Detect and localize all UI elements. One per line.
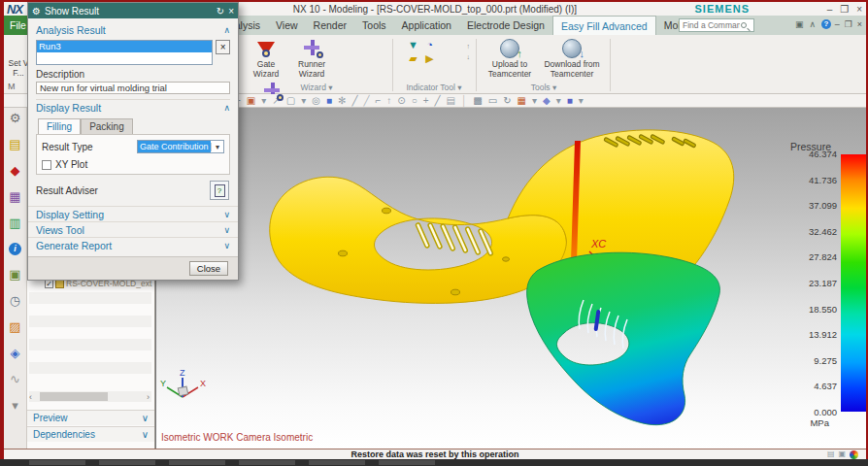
globe-icon[interactable] bbox=[850, 450, 858, 459]
dropdown-icon[interactable]: ▾ bbox=[261, 95, 266, 107]
weld-indicator-icon[interactable]: ▶ bbox=[422, 52, 437, 64]
dialog-title-bar[interactable]: ⚙ Show Result ↻ × bbox=[28, 3, 238, 18]
sheet-icon[interactable]: ▤ bbox=[447, 95, 455, 107]
dependencies-section[interactable]: Dependencies ∨ bbox=[27, 426, 154, 442]
run-list[interactable]: Run3 bbox=[36, 40, 213, 65]
minimize-icon[interactable]: – bbox=[827, 4, 833, 15]
reuse-library-icon[interactable]: ▥ bbox=[9, 216, 20, 230]
scroll-right-icon[interactable]: › bbox=[147, 392, 150, 402]
xy-plot-checkbox[interactable] bbox=[42, 160, 51, 170]
cube-icon[interactable]: ■ bbox=[326, 95, 332, 107]
slash-icon[interactable]: ╱ bbox=[435, 95, 441, 107]
window-cascade-icon[interactable]: ▣ bbox=[838, 450, 846, 458]
scroll-left-icon[interactable]: ‹ bbox=[29, 392, 32, 402]
find-command-box[interactable] bbox=[679, 18, 754, 32]
window-icon[interactable]: ▩ bbox=[473, 95, 482, 107]
doc-close-icon[interactable]: × bbox=[857, 19, 862, 29]
indicator-tool-buttons[interactable]: ▼◔▰▶ bbox=[396, 37, 447, 66]
delete-run-button[interactable]: × bbox=[216, 40, 230, 54]
command-history-icon[interactable]: ▣ bbox=[795, 19, 804, 29]
spark-icon[interactable]: ✻ bbox=[338, 95, 346, 107]
find-command-input[interactable] bbox=[680, 20, 740, 30]
doc-minimize-icon[interactable]: – bbox=[835, 19, 840, 29]
generate-report-section[interactable]: Generate Report ∨ bbox=[28, 237, 238, 252]
tab-tools[interactable]: Tools bbox=[354, 16, 394, 35]
constraint-navigator-icon[interactable]: ◆ bbox=[11, 164, 20, 178]
display-setting-section[interactable]: Display Setting ∨ bbox=[28, 206, 238, 221]
point-dialog-icon[interactable]: ▣ bbox=[247, 95, 255, 107]
collapse-ribbon-icon[interactable]: ∧ bbox=[809, 19, 816, 29]
history-icon[interactable]: ▣ bbox=[9, 268, 20, 282]
search-icon bbox=[741, 22, 747, 28]
window-tile-icon[interactable]: ▤ bbox=[827, 450, 835, 458]
horizontal-scrollbar[interactable]: ‹ › bbox=[29, 391, 151, 402]
tab-view[interactable]: View bbox=[268, 16, 306, 35]
tab-render[interactable]: Render bbox=[306, 16, 354, 35]
tab-easy-fill-advanced[interactable]: Easy Fill Advanced bbox=[552, 16, 656, 35]
circle-center-icon[interactable]: ⊙ bbox=[397, 95, 405, 107]
tab-application[interactable]: Application bbox=[394, 16, 459, 35]
dropdown-icon[interactable]: ▾ bbox=[556, 95, 561, 107]
doc-restore-icon[interactable]: ❐ bbox=[845, 19, 852, 29]
divider-icon[interactable]: │ bbox=[461, 95, 467, 107]
solid-cube-icon[interactable]: ■ bbox=[567, 95, 573, 107]
scrollbar-thumb[interactable] bbox=[40, 392, 108, 401]
web-browser-icon[interactable]: i bbox=[9, 243, 21, 255]
dropdown-icon[interactable]: ▾ bbox=[301, 95, 306, 107]
assembly-navigator-icon[interactable]: ▦ bbox=[9, 190, 20, 204]
restore-icon[interactable]: ❐ bbox=[840, 4, 849, 15]
scroll-up-icon[interactable]: ↑ bbox=[467, 43, 471, 50]
polyline-icon[interactable]: ⌐ bbox=[375, 95, 381, 107]
time-indicator-icon[interactable]: ◔ bbox=[422, 39, 437, 50]
touch-icon[interactable]: ◈ bbox=[11, 347, 20, 360]
tab-packing[interactable]: Packing bbox=[81, 118, 133, 134]
analysis-result-section[interactable]: Analysis Result ∧ bbox=[36, 22, 230, 38]
views-tool-section[interactable]: Views Tool ∨ bbox=[28, 221, 238, 237]
part-navigator-icon[interactable]: ▤ bbox=[9, 138, 20, 151]
line-icon[interactable]: ╱ bbox=[351, 95, 357, 107]
download-teamcenter-button[interactable]: ↓ Download from Teamcenter bbox=[541, 37, 603, 80]
display-result-section[interactable]: Display Result ∧ bbox=[36, 100, 230, 116]
tools-group-label[interactable]: Tools ▾ bbox=[482, 83, 606, 92]
dropdown-icon[interactable]: ▾ bbox=[532, 95, 537, 107]
close-button[interactable]: Close bbox=[189, 261, 228, 276]
reset-icon[interactable]: ↻ bbox=[217, 6, 224, 17]
more-icon[interactable]: ▾ bbox=[12, 399, 18, 413]
help-icon[interactable]: ? bbox=[821, 19, 831, 29]
system-clock-icon[interactable]: ◷ bbox=[10, 294, 20, 308]
dropdown-icon[interactable]: ▾ bbox=[579, 95, 584, 107]
plus-icon[interactable]: + bbox=[423, 95, 429, 107]
pane-icon[interactable]: ▭ bbox=[488, 95, 497, 107]
close-icon[interactable]: × bbox=[856, 4, 862, 15]
description-field[interactable]: New run for virtual molding trial bbox=[36, 82, 230, 94]
chevron-down-icon[interactable]: ▾ bbox=[211, 143, 223, 151]
shade-icon[interactable]: ◆ bbox=[543, 95, 551, 107]
result-type-dropdown[interactable]: Gate Contribution ▾ bbox=[137, 140, 224, 153]
tab-electrode-design[interactable]: Electrode Design bbox=[459, 16, 552, 35]
wizard-group-label[interactable]: Wizard ▾ bbox=[245, 83, 388, 92]
indicator-group-label[interactable]: Indicator Tool ▾ bbox=[396, 83, 472, 92]
grid-icon[interactable]: ▦ bbox=[517, 95, 526, 107]
result-adviser-button[interactable]: ? bbox=[210, 181, 229, 200]
circle-icon[interactable]: ○ bbox=[412, 95, 417, 107]
sphere-icon[interactable]: ◎ bbox=[312, 95, 320, 107]
flow-indicator-icon[interactable]: ▰ bbox=[406, 52, 420, 64]
refresh-icon[interactable]: ↻ bbox=[503, 95, 511, 107]
taskbar[interactable] bbox=[0, 459, 868, 466]
rectangle-select-icon[interactable]: ▢ bbox=[286, 95, 295, 107]
gear-icon[interactable]: ⚙ bbox=[10, 112, 21, 125]
arrow-up-icon[interactable]: ↑ bbox=[386, 95, 391, 107]
fill-indicator-icon[interactable]: ▼ bbox=[406, 39, 420, 50]
tab-filling[interactable]: Filling bbox=[38, 118, 81, 134]
upload-teamcenter-button[interactable]: ↑ Upload to Teamcenter bbox=[482, 37, 538, 80]
wave-icon[interactable]: ∿ bbox=[10, 373, 20, 386]
gate-wizard-button[interactable]: Gate Wizard bbox=[245, 37, 287, 80]
run-list-item-selected[interactable]: Run3 bbox=[37, 41, 212, 52]
graphics-window[interactable]: XC Y X Z Pressure 46.37441.73637.09932.4… bbox=[155, 108, 866, 449]
roles-icon[interactable]: ▨ bbox=[9, 320, 20, 334]
preview-section[interactable]: Preview ∨ bbox=[27, 410, 154, 425]
close-icon[interactable]: × bbox=[228, 6, 234, 17]
runner-wizard-button[interactable]: Runner Wizard bbox=[290, 37, 333, 80]
scroll-down-icon[interactable]: ↓ bbox=[467, 53, 471, 60]
line2-icon[interactable]: ╱ bbox=[363, 95, 369, 107]
